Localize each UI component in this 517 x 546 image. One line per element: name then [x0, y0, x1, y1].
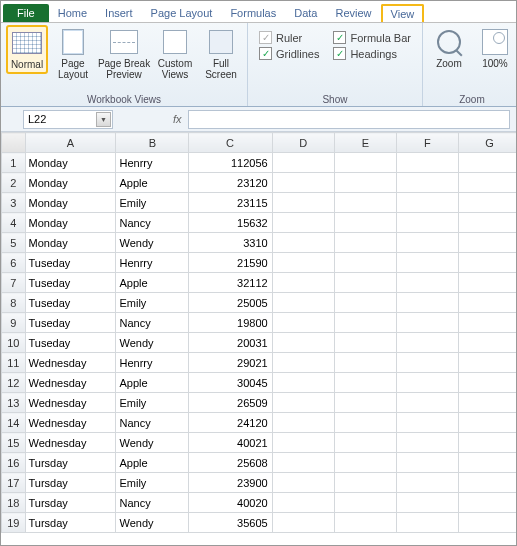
row-header[interactable]: 13 [2, 393, 26, 413]
cell[interactable] [396, 453, 458, 473]
cell[interactable] [396, 393, 458, 413]
cell[interactable] [334, 473, 396, 493]
col-header[interactable]: A [25, 133, 116, 153]
col-header[interactable]: F [396, 133, 458, 153]
cell[interactable] [458, 253, 516, 273]
cell[interactable] [334, 513, 396, 533]
cell[interactable] [458, 493, 516, 513]
select-all-corner[interactable] [2, 133, 26, 153]
cell[interactable]: Wendy [116, 233, 189, 253]
cell[interactable]: Wednesday [25, 433, 116, 453]
cell[interactable] [458, 173, 516, 193]
cell[interactable] [458, 473, 516, 493]
fx-label[interactable]: fx [173, 113, 182, 125]
row-header[interactable]: 9 [2, 313, 26, 333]
cell[interactable] [458, 193, 516, 213]
formula-input[interactable] [188, 110, 510, 129]
cell[interactable] [396, 493, 458, 513]
cell[interactable] [272, 493, 334, 513]
tab-formulas[interactable]: Formulas [221, 4, 285, 22]
cell[interactable] [396, 173, 458, 193]
cell[interactable] [396, 513, 458, 533]
cell[interactable]: 32112 [189, 273, 272, 293]
cell[interactable]: Wednesday [25, 393, 116, 413]
cell[interactable] [458, 353, 516, 373]
cell[interactable] [272, 273, 334, 293]
cell[interactable]: Monday [25, 193, 116, 213]
cell[interactable] [272, 433, 334, 453]
cell[interactable] [272, 193, 334, 213]
cell[interactable]: 24120 [189, 413, 272, 433]
cell[interactable]: Wednesday [25, 373, 116, 393]
normal-view-button[interactable]: Normal [6, 25, 48, 74]
cell[interactable] [334, 313, 396, 333]
full-screen-button[interactable]: Full Screen [200, 25, 242, 83]
cell[interactable] [334, 193, 396, 213]
cell[interactable]: Tuseday [25, 313, 116, 333]
cell[interactable]: Monday [25, 233, 116, 253]
cell[interactable]: Emily [116, 393, 189, 413]
cell[interactable]: Tursday [25, 453, 116, 473]
cell[interactable]: 25005 [189, 293, 272, 313]
cell[interactable]: Tuseday [25, 273, 116, 293]
cell[interactable] [334, 393, 396, 413]
cell[interactable]: Wendy [116, 433, 189, 453]
cell[interactable] [458, 313, 516, 333]
cell[interactable]: 3310 [189, 233, 272, 253]
name-box-dropdown[interactable]: ▼ [96, 112, 111, 127]
cell[interactable]: Tursday [25, 473, 116, 493]
cell[interactable] [396, 473, 458, 493]
cell[interactable] [396, 213, 458, 233]
col-header[interactable]: B [116, 133, 189, 153]
cell[interactable] [334, 153, 396, 173]
cell[interactable]: Emily [116, 193, 189, 213]
cell[interactable] [396, 233, 458, 253]
cell[interactable] [458, 233, 516, 253]
row-header[interactable]: 12 [2, 373, 26, 393]
cell[interactable] [334, 333, 396, 353]
cell[interactable]: Apple [116, 173, 189, 193]
cell[interactable] [272, 253, 334, 273]
cell[interactable] [272, 373, 334, 393]
name-box[interactable]: L22 ▼ [23, 110, 113, 129]
cell[interactable] [272, 393, 334, 413]
row-header[interactable]: 11 [2, 353, 26, 373]
cell[interactable] [458, 513, 516, 533]
zoom-button[interactable]: Zoom [428, 25, 470, 72]
col-header[interactable]: E [334, 133, 396, 153]
cell[interactable] [272, 353, 334, 373]
row-header[interactable]: 14 [2, 413, 26, 433]
custom-views-button[interactable]: Custom Views [154, 25, 196, 83]
cell[interactable]: Monday [25, 153, 116, 173]
cell[interactable]: Tuseday [25, 333, 116, 353]
cell[interactable]: 25608 [189, 453, 272, 473]
cell[interactable]: Tursday [25, 513, 116, 533]
cell[interactable]: Apple [116, 373, 189, 393]
cell[interactable] [334, 233, 396, 253]
cell[interactable]: 35605 [189, 513, 272, 533]
tab-data[interactable]: Data [285, 4, 326, 22]
cell[interactable] [458, 213, 516, 233]
cell[interactable]: Wendy [116, 513, 189, 533]
cell[interactable] [334, 173, 396, 193]
row-header[interactable]: 6 [2, 253, 26, 273]
row-header[interactable]: 2 [2, 173, 26, 193]
cell[interactable] [396, 333, 458, 353]
row-header[interactable]: 3 [2, 193, 26, 213]
cell[interactable]: 21590 [189, 253, 272, 273]
cell[interactable] [396, 413, 458, 433]
row-header[interactable]: 5 [2, 233, 26, 253]
cell[interactable] [334, 273, 396, 293]
cell[interactable]: 29021 [189, 353, 272, 373]
cell[interactable]: 26509 [189, 393, 272, 413]
cell[interactable]: Monday [25, 213, 116, 233]
cell[interactable]: Tursday [25, 493, 116, 513]
tab-insert[interactable]: Insert [96, 4, 142, 22]
file-tab[interactable]: File [3, 4, 49, 22]
cell[interactable] [272, 333, 334, 353]
cell[interactable]: Henrry [116, 153, 189, 173]
cell[interactable]: 112056 [189, 153, 272, 173]
cell[interactable]: 23900 [189, 473, 272, 493]
row-header[interactable]: 19 [2, 513, 26, 533]
cell[interactable]: Wednesday [25, 413, 116, 433]
